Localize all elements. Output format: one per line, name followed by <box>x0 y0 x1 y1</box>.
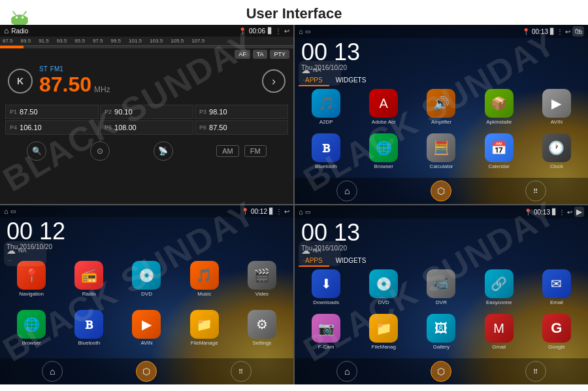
widget-label: NA <box>313 67 321 73</box>
band-selector: AM FM <box>216 145 266 157</box>
pty-button[interactable]: PTY <box>270 50 289 59</box>
amplifier-label: Amplifier <box>431 119 451 125</box>
app-email[interactable]: ✉ Email <box>529 269 584 311</box>
app-bluetooth-bl[interactable]: ʙ Bluetooth <box>61 310 116 356</box>
bl-apps-dock-btn[interactable]: ⠿ <box>231 361 252 382</box>
app-fcam[interactable]: 📷 F-Cam <box>299 314 353 356</box>
app-dvd-br[interactable]: 💿 DVD <box>356 269 411 311</box>
preset-6[interactable]: P6 87.50 <box>195 120 288 135</box>
tr-home-icon[interactable]: ⌂ <box>299 27 303 35</box>
app-avin[interactable]: ▶ AVIN <box>529 89 584 131</box>
app-radio-bl[interactable]: 📻 Radio <box>61 261 116 307</box>
app-dvd-bl[interactable]: 💿 DVD <box>119 261 174 307</box>
a2dp-label: A2DP <box>319 119 333 125</box>
app-a2dp[interactable]: 🎵 A2DP <box>299 89 353 131</box>
tr-store-icon[interactable]: 🛍 <box>572 26 584 37</box>
preset-2[interactable]: P2 90.10 <box>100 105 193 119</box>
app-gmail[interactable]: M Gmail <box>472 314 527 356</box>
br-menu[interactable]: ⋮ <box>559 209 565 216</box>
br-orange-dock-btn[interactable]: ⬡ <box>431 361 451 382</box>
email-icon: ✉ <box>542 269 571 298</box>
radio-mode-buttons: AF TA PTY <box>0 48 293 60</box>
menu-icon[interactable]: ⋮ <box>275 27 282 35</box>
app-calendar-tr[interactable]: 📅 Calendar <box>472 133 527 175</box>
scan-button[interactable]: ⊙ <box>90 141 110 161</box>
calendar-tr-label: Calendar <box>488 163 509 169</box>
tr-apps-dock-btn[interactable]: ⠿ <box>525 180 546 201</box>
tr-bottom-dock: ⌂ ⬡ ⠿ <box>295 178 588 204</box>
preset-4[interactable]: P4 106.10 <box>5 120 99 135</box>
app-browser-bl[interactable]: 🌐 Browser <box>4 310 59 356</box>
home-icon[interactable]: ⌂ <box>4 26 8 35</box>
calc-tr-label: Calculator <box>429 163 453 169</box>
app-browser-tr[interactable]: 🌐 Browser <box>356 133 411 175</box>
app-navigation[interactable]: 📍 Navigation <box>4 261 59 307</box>
bl-orange-dock-btn[interactable]: ⬡ <box>136 361 157 382</box>
frequency-unit: MHz <box>94 85 110 94</box>
settings-icon: ⚙ <box>248 310 276 339</box>
app-gallery[interactable]: 🖼 Gallery <box>414 314 468 356</box>
preset-3[interactable]: P3 98.10 <box>195 105 288 119</box>
tr-apps-grid: 🎵 A2DP A Adobe Acr 🔊 Amplifier 📦 ApkInst… <box>295 86 588 178</box>
back-icon[interactable]: ↩ <box>284 27 289 35</box>
tr-screen-icon: ▭ <box>305 28 311 35</box>
calc-tr-icon: 🧮 <box>427 133 455 162</box>
ta-button[interactable]: TA <box>253 50 268 59</box>
tr-home-dock-btn[interactable]: ⌂ <box>336 180 357 201</box>
tr-orange-dock-btn[interactable]: ⬡ <box>431 180 451 201</box>
bl-bottom-dock: ⌂ ⬡ ⠿ <box>0 358 293 384</box>
svg-line-5 <box>24 12 26 15</box>
preset-list: P1 87.50 P2 90.10 P3 98.10 P4 106.10 P5 … <box>0 102 293 137</box>
app-downloads[interactable]: ⬇ Downloads <box>299 269 353 311</box>
bl-menu[interactable]: ⋮ <box>276 208 282 215</box>
app-clock-tr[interactable]: 🕐 Clock <box>529 133 584 175</box>
ui-grid: ⌂ Radio 📍 00:06 ▊ ⋮ ↩ 87.5 89.5 91.5 93.… <box>0 25 588 384</box>
app-apkinstaller[interactable]: 📦 ApkInstalle <box>472 89 527 131</box>
app-filemanager-br[interactable]: 📁 FileManag <box>356 314 411 356</box>
bl-screen-icon: ▭ <box>10 208 16 214</box>
dvd-br-label: DVD <box>378 299 389 305</box>
app-dvr[interactable]: 📹 DVR <box>414 269 468 311</box>
br-home-icon[interactable]: ⌂ <box>299 208 303 216</box>
af-button[interactable]: AF <box>235 50 250 59</box>
app-easyconnect[interactable]: 🔗 Easyconne <box>472 269 527 311</box>
br-back[interactable]: ↩ <box>567 209 572 216</box>
app-settings[interactable]: ⚙ Settings <box>235 310 289 356</box>
app-music[interactable]: 🎵 Music <box>177 261 232 307</box>
app-adobe[interactable]: A Adobe Acr <box>356 89 411 131</box>
tr-menu[interactable]: ⋮ <box>557 28 563 35</box>
tr-location-icon: 📍 <box>522 28 530 35</box>
filemanag-br-label: FileManag <box>372 344 396 350</box>
freq-scale-bar: 87.5 89.5 91.5 93.5 95.5 97.5 99.5 101.5… <box>0 37 293 46</box>
tr-back[interactable]: ↩ <box>565 28 570 35</box>
radio-quadrant: ⌂ Radio 📍 00:06 ▊ ⋮ ↩ 87.5 89.5 91.5 93.… <box>0 25 293 204</box>
app-video[interactable]: 🎬 Video <box>235 261 289 307</box>
br-store-icon[interactable]: ▶ <box>574 207 584 217</box>
station-indicator: K <box>8 69 33 94</box>
app-filemanager[interactable]: 📁 FileManage <box>177 310 232 356</box>
search-button[interactable]: 🔍 <box>27 141 46 161</box>
antenna-button[interactable]: 📡 <box>154 141 173 161</box>
br-widget-dashes: -- <box>301 257 338 264</box>
am-button[interactable]: AM <box>216 145 239 157</box>
br-home-dock-btn[interactable]: ⌂ <box>336 361 357 382</box>
bl-home-dock-btn[interactable]: ⌂ <box>42 361 63 382</box>
app-amplifier[interactable]: 🔊 Amplifier <box>414 89 468 131</box>
next-station-button[interactable]: › <box>262 69 286 93</box>
fm-button[interactable]: FM <box>244 145 267 157</box>
app-bluetooth-tr[interactable]: ʙ Bluetooth <box>299 133 353 175</box>
bl-clock-date: Thu,2016/10/20 <box>7 243 287 250</box>
app-google[interactable]: G Google <box>529 314 584 356</box>
radio-bl-icon: 📻 <box>74 261 103 290</box>
browser-tr-label: Browser <box>374 163 393 169</box>
app-avin-bl[interactable]: ▶ AVIN <box>119 310 174 356</box>
bl-home-icon[interactable]: ⌂ <box>4 207 8 215</box>
browser-tr-icon: 🌐 <box>369 133 398 162</box>
br-apps-dock-btn[interactable]: ⠿ <box>525 361 546 382</box>
preset-1[interactable]: P1 87.50 <box>5 105 99 119</box>
app-calculator-tr[interactable]: 🧮 Calculator <box>414 133 468 175</box>
avin-icon: ▶ <box>542 89 571 118</box>
bl-back[interactable]: ↩ <box>284 208 289 215</box>
clock-tr-icon: 🕐 <box>542 133 571 162</box>
preset-5[interactable]: P5 108.00 <box>100 120 193 135</box>
